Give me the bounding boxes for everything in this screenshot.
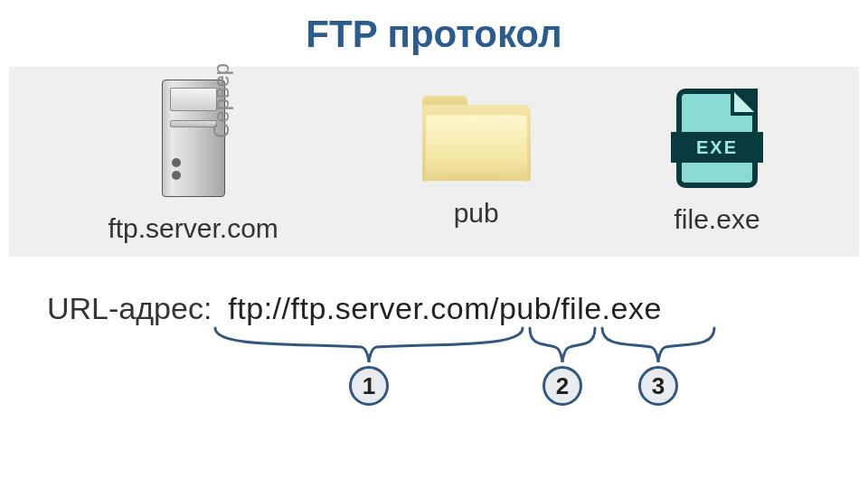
- server-label: ftp.server.com: [108, 213, 278, 244]
- exe-file-icon: EXE: [676, 89, 758, 188]
- url-segment-brace: 1: [213, 326, 524, 364]
- exe-band-text: EXE: [671, 132, 763, 163]
- server-caption: Сервер: [209, 63, 234, 138]
- diagram-panel: Сервер ftp.server.com pub EXE file.exe: [9, 67, 859, 257]
- url-segment-brace: 2: [528, 326, 597, 364]
- url-label: URL-адрес:: [47, 291, 212, 326]
- segment-number: 3: [638, 366, 678, 406]
- folder-icon: [422, 96, 531, 182]
- folder-item: pub: [422, 96, 531, 229]
- file-label: file.exe: [675, 204, 760, 235]
- segment-number: 1: [349, 366, 389, 406]
- url-segment-brace: 3: [600, 326, 716, 364]
- segment-number: 2: [542, 366, 582, 406]
- file-item: EXE file.exe: [675, 89, 760, 235]
- page-title: FTP протокол: [0, 0, 868, 67]
- folder-label: pub: [454, 198, 499, 229]
- server-item: Сервер ftp.server.com: [108, 80, 278, 244]
- url-value: ftp://ftp.server.com/pub/file.exe: [228, 291, 662, 326]
- server-icon: Сервер: [162, 80, 225, 197]
- brace-row: 1 2 3: [213, 326, 868, 404]
- url-row: URL-адрес: ftp://ftp.server.com/pub/file…: [47, 291, 868, 326]
